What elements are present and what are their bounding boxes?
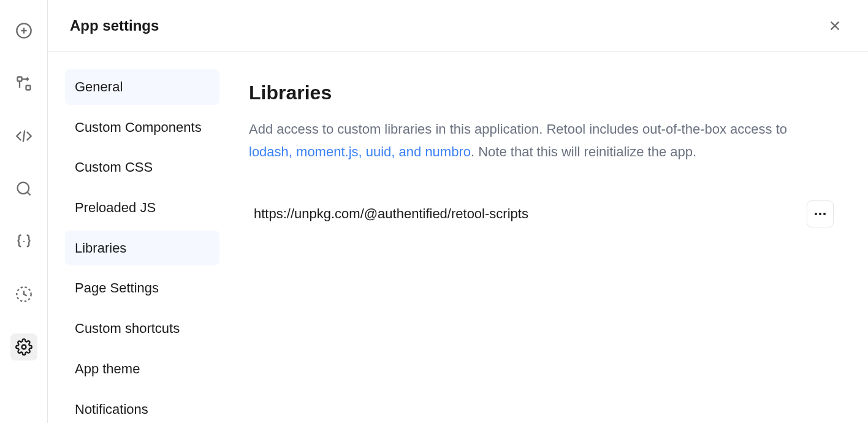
flow-icon[interactable] xyxy=(10,70,37,97)
nav-item-custom-components[interactable]: Custom Components xyxy=(65,110,219,145)
panel-title: App settings xyxy=(70,17,159,34)
gear-icon[interactable] xyxy=(10,333,37,360)
panel-header: App settings xyxy=(48,0,868,52)
desc-suffix: . Note that this will reinitialize the a… xyxy=(471,144,696,159)
nav-item-notifications[interactable]: Notifications xyxy=(65,392,219,424)
desc-prefix: Add access to custom libraries in this a… xyxy=(249,121,787,137)
svg-line-5 xyxy=(23,131,24,142)
clock-icon[interactable] xyxy=(10,281,37,308)
icon-rail xyxy=(0,0,48,423)
svg-point-10 xyxy=(21,345,26,349)
nav-item-app-theme[interactable]: App theme xyxy=(65,351,219,387)
nav-item-custom-shortcuts[interactable]: Custom shortcuts xyxy=(65,311,219,346)
svg-point-13 xyxy=(815,213,817,215)
nav-item-preloaded-js[interactable]: Preloaded JS xyxy=(65,190,219,226)
close-button[interactable] xyxy=(824,15,846,37)
more-horizontal-icon xyxy=(813,207,828,221)
settings-panel: App settings General Custom Components C… xyxy=(48,0,868,423)
library-menu-button[interactable] xyxy=(807,200,834,227)
desc-link[interactable]: lodash, moment.js, uuid, and numbro xyxy=(249,144,471,159)
svg-point-8 xyxy=(23,241,24,242)
search-icon[interactable] xyxy=(10,175,37,202)
svg-point-6 xyxy=(17,183,29,194)
content-area: Libraries Add access to custom libraries… xyxy=(219,52,868,423)
close-icon xyxy=(828,19,842,32)
nav-item-libraries[interactable]: Libraries xyxy=(65,231,219,266)
svg-rect-4 xyxy=(26,86,30,90)
braces-icon[interactable] xyxy=(10,228,37,255)
settings-nav: General Custom Components Custom CSS Pre… xyxy=(48,52,219,423)
plus-circle-icon[interactable] xyxy=(10,17,37,44)
nav-item-general[interactable]: General xyxy=(65,69,219,105)
content-heading: Libraries xyxy=(249,82,839,104)
library-url: https://unpkg.com/@authentified/retool-s… xyxy=(254,206,528,222)
svg-rect-3 xyxy=(17,77,21,82)
svg-point-15 xyxy=(823,213,826,215)
nav-item-custom-css[interactable]: Custom CSS xyxy=(65,150,219,185)
content-description: Add access to custom libraries in this a… xyxy=(249,118,825,164)
svg-line-7 xyxy=(27,192,30,195)
libraries-list: https://unpkg.com/@authentified/retool-s… xyxy=(249,198,839,230)
svg-point-14 xyxy=(819,213,821,215)
library-row: https://unpkg.com/@authentified/retool-s… xyxy=(249,198,839,230)
code-icon[interactable] xyxy=(10,123,37,150)
nav-item-page-settings[interactable]: Page Settings xyxy=(65,270,219,306)
